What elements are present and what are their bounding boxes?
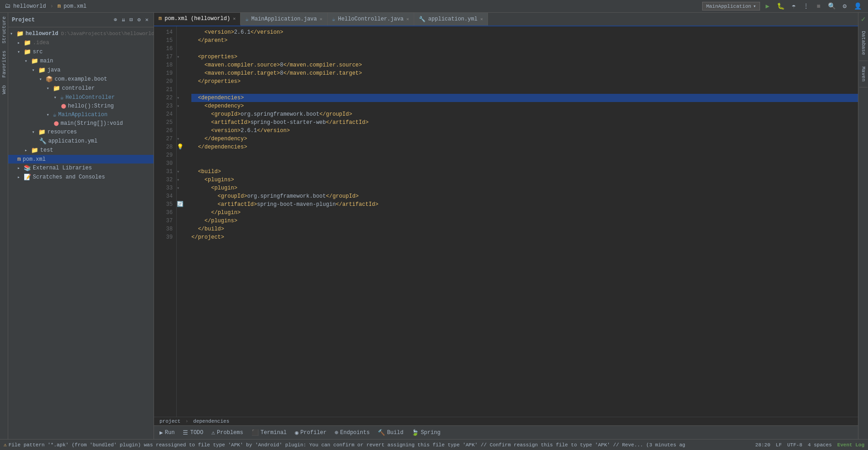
tree-item-root[interactable]: ▾ 📁 helloworld D:\JavaProjects\boot\hell… [8, 29, 154, 38]
code-line-27: </dependency> [191, 135, 858, 143]
breadcrumb-part-1[interactable]: project [159, 419, 180, 424]
search-title-button[interactable]: 🔍 [826, 1, 837, 11]
terminal-button[interactable]: ⬛ Terminal [248, 428, 291, 438]
cursor-position[interactable]: 28:20 [755, 442, 770, 448]
fold-arrow-17[interactable]: ▾ [177, 55, 180, 60]
tree-item-main-application[interactable]: ▾ ☕ MainApplication [8, 110, 154, 119]
tree-item-resources[interactable]: ▾ 📁 resources [8, 128, 154, 137]
collapse-all-button[interactable]: ⇊ [120, 15, 126, 24]
tree-item-application-yml[interactable]: 🔧 application.yml [8, 137, 154, 146]
close-tab-yml[interactable]: ✕ [480, 16, 483, 22]
fold-arrow-23[interactable]: ▾ [177, 104, 180, 109]
code-line-24: <groupId>org.springframework.boot</group… [191, 110, 858, 118]
profiler-button[interactable]: ◉ Profiler [291, 428, 330, 438]
debug-button[interactable]: 🐛 [775, 1, 786, 11]
code-line-39: </project> [191, 233, 858, 241]
tree-item-controller-folder[interactable]: ▾ 📁 controller [8, 84, 154, 93]
status-warning-icon: ⚠ [4, 442, 7, 448]
build-icon: 🔨 [378, 429, 385, 436]
stop-button[interactable]: ■ [815, 2, 822, 11]
tree-item-java[interactable]: ▾ 📁 java [8, 66, 154, 75]
todo-button[interactable]: ☰ TODO [179, 428, 207, 438]
profiler-icon: ◉ [295, 429, 298, 436]
tree-item-external-libraries[interactable]: ▸ 📚 External Libraries [8, 164, 154, 173]
main-area: Structure Favorites Web Project ⊕ ⇊ ⊟ ⚙ … [0, 13, 868, 439]
run-icon: ▶ [159, 429, 163, 436]
line-numbers: 14 15 16 17 18 19 20 21 22 23 24 25 26 2… [154, 26, 177, 417]
close-tab-hello[interactable]: ✕ [406, 16, 409, 22]
tab-hello-ctrl[interactable]: ☕ HelloController.java ✕ [328, 13, 414, 26]
bulb-icon-28[interactable]: 💡 [177, 144, 184, 150]
tree-item-hello-controller[interactable]: ▾ ☕ HelloController [8, 93, 154, 102]
title-project: 🗂 helloworld › m pom.xml [5, 3, 87, 10]
web-tab[interactable]: Web [0, 82, 8, 98]
fold-arrow-31[interactable]: ▾ [177, 169, 180, 174]
code-line-15: </parent> [191, 36, 858, 45]
add-content-button[interactable]: ⊕ [113, 15, 118, 24]
terminal-icon: ⬛ [252, 429, 259, 436]
close-tab-main[interactable]: ✕ [320, 16, 323, 22]
encoding[interactable]: UTF-8 [787, 442, 802, 448]
maven-tab[interactable]: Maven [859, 61, 868, 87]
status-bar: ⚠ File pattern '*.apk' (from 'bundled' p… [0, 439, 868, 450]
status-message[interactable]: File pattern '*.apk' (from 'bundled' plu… [9, 442, 685, 448]
fold-arrow-32[interactable]: ▾ [177, 178, 180, 183]
project-tree: ▾ 📁 helloworld D:\JavaProjects\boot\hell… [8, 27, 154, 439]
refresh-icon-35[interactable]: 🔄 [177, 201, 184, 208]
structure-tab[interactable]: Structure [0, 13, 8, 47]
tree-item-scratches[interactable]: ▸ 📝 Scratches and Consoles [8, 173, 154, 182]
close-tab-pom[interactable]: ✕ [233, 16, 236, 21]
tree-item-main[interactable]: ▾ 📁 main [8, 56, 154, 66]
panel-settings-button[interactable]: ⚙ [136, 15, 142, 24]
avatar-button[interactable]: 👤 [852, 1, 863, 11]
editor-area: m pom.xml (helloworld) ✕ ☕ MainApplicati… [154, 13, 858, 439]
code-line-23: <dependency> [191, 102, 858, 110]
breadcrumb-part-2[interactable]: dependencies [193, 419, 229, 424]
line-ending: LF [776, 442, 782, 448]
fold-arrow-27[interactable]: ▾ [177, 137, 180, 142]
spring-button[interactable]: 🍃 Spring [408, 428, 444, 438]
database-tab[interactable]: Database [859, 26, 868, 61]
run-button[interactable]: ▶ [764, 1, 771, 11]
tree-item-package[interactable]: ▾ 📦 com.example.boot [8, 75, 154, 84]
settings-title-button[interactable]: ⚙ [841, 1, 848, 11]
code-line-34: <groupId>org.springframework.boot</group… [191, 192, 858, 200]
close-panel-button[interactable]: ✕ [144, 15, 150, 24]
gutter: ▾ ▾ ▾ ▾ 💡 ▾ ▾ ▾ 🔄 [177, 26, 186, 417]
tab-app-yml[interactable]: 🔧 application.yml ✕ [414, 13, 488, 26]
tab-pom-xml[interactable]: m pom.xml (helloworld) ✕ [154, 13, 241, 26]
todo-icon: ☰ [183, 429, 188, 436]
editor-content[interactable]: 14 15 16 17 18 19 20 21 22 23 24 25 26 2… [154, 26, 858, 417]
tree-item-pom-xml[interactable]: m pom.xml [8, 155, 154, 164]
fold-arrow-33[interactable]: ▾ [177, 186, 180, 191]
tab-bar: m pom.xml (helloworld) ✕ ☕ MainApplicati… [154, 13, 858, 26]
tree-item-idea[interactable]: ▸ 📁 .idea [8, 38, 154, 47]
code-line-38: </build> [191, 225, 858, 233]
bottom-toolbar: ▶ Run ☰ TODO ⚠ Problems ⬛ Terminal ◉ Pro… [154, 425, 858, 439]
favorites-tab[interactable]: Favorites [0, 47, 8, 81]
run-button-bottom[interactable]: ▶ Run [156, 428, 178, 438]
more-run-button[interactable]: ⋮ [801, 1, 811, 11]
code-line-33: <plugin> [191, 184, 858, 192]
breadcrumb: project › dependencies [154, 417, 858, 425]
tree-item-src[interactable]: ▾ 📁 src [8, 47, 154, 56]
endpoints-icon: ⊕ [335, 429, 339, 436]
tree-item-main-method[interactable]: ⬤ main(String[]):void [8, 119, 154, 128]
coverage-button[interactable]: ☂ [790, 1, 797, 11]
endpoints-button[interactable]: ⊕ Endpoints [331, 428, 374, 438]
problems-button[interactable]: ⚠ Problems [208, 428, 247, 438]
filter-button[interactable]: ⊟ [128, 15, 134, 24]
tab-main-app[interactable]: ☕ MainApplication.java ✕ [241, 13, 327, 26]
code-area[interactable]: <version>2.6.1</version> </parent> <prop… [186, 26, 858, 417]
tree-item-test[interactable]: ▸ 📁 test [8, 146, 154, 155]
tree-item-hello-method[interactable]: ⬤ hello():String [8, 102, 154, 110]
fold-arrow-22[interactable]: ▾ [177, 96, 180, 101]
indent-info[interactable]: 4 spaces [808, 442, 832, 448]
run-config-selector[interactable]: MainApplication ▾ [702, 2, 760, 10]
build-button[interactable]: 🔨 Build [374, 428, 407, 438]
code-line-32: <plugins> [191, 176, 858, 184]
code-line-18: <maven.compiler.source>8</maven.compiler… [191, 61, 858, 69]
project-panel-header: Project ⊕ ⇊ ⊟ ⚙ ✕ [8, 13, 154, 27]
event-log-button[interactable]: Event Log [837, 442, 864, 448]
project-panel: Project ⊕ ⇊ ⊟ ⚙ ✕ ▾ 📁 helloworld D:\Java… [8, 13, 154, 439]
